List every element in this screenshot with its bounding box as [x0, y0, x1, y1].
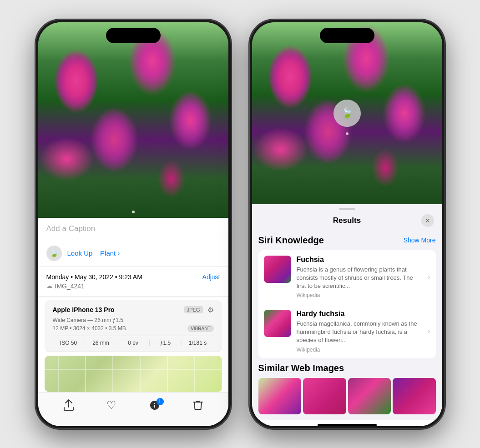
close-button[interactable]: ✕ — [421, 214, 434, 227]
results-panel: Results ✕ Siri Knowledge Show More — [252, 204, 442, 420]
jpeg-badge: JPEG — [184, 306, 203, 313]
caption-area[interactable]: Add a Caption — [38, 218, 228, 240]
share-button[interactable] — [64, 399, 74, 411]
gear-icon: ⚙ — [207, 306, 214, 314]
similar-img-1[interactable] — [258, 378, 302, 414]
photo-date: Monday • May 30, 2022 • 9:23 AM — [46, 273, 142, 281]
fuchsia-title: Fuchsia — [297, 256, 423, 264]
home-indicator-2 — [318, 424, 377, 426]
phone-1: Add a Caption 🍃 Look Up – Plant › Monday… — [35, 20, 231, 429]
fuchsia-desc: Fuchsia is a genus of flowering plants t… — [297, 266, 423, 291]
exif-mm: 26 mm — [85, 340, 117, 346]
similar-img-3[interactable] — [348, 378, 391, 414]
fuchsia-source: Wikipedia — [297, 292, 423, 298]
caption-placeholder[interactable]: Add a Caption — [46, 224, 96, 233]
results-title: Results — [273, 216, 421, 225]
delete-button[interactable] — [193, 400, 203, 411]
siri-dot — [346, 132, 349, 135]
fuchsia-text: Fuchsia Fuchsia is a genus of flowering … — [297, 256, 423, 299]
exif-shutter: 1/181 s — [182, 340, 214, 346]
lookup-row[interactable]: 🍃 Look Up – Plant › — [38, 240, 228, 267]
chevron-right-icon: › — [428, 273, 430, 281]
siri-knowledge-title: Siri Knowledge — [258, 235, 324, 246]
similar-img-2[interactable] — [303, 378, 346, 414]
exif-row: ISO 50 26 mm 0 ev ƒ1.5 1/181 s — [53, 336, 214, 346]
phone1-screen: Add a Caption 🍃 Look Up – Plant › Monday… — [38, 22, 228, 426]
hardy-fuchsia-text: Hardy fuchsia Fuchsia magellanica, commo… — [297, 310, 423, 353]
similar-title: Similar Web Images — [258, 363, 436, 373]
cloud-icon: ☁ — [46, 282, 52, 289]
toolbar: ♡ i — [38, 392, 228, 425]
phones-container: Add a Caption 🍃 Look Up – Plant › Monday… — [35, 20, 445, 429]
results-header: Results ✕ — [252, 210, 442, 232]
camera-model: Apple iPhone 13 Pro — [53, 306, 115, 313]
photo-display[interactable] — [38, 22, 228, 218]
camera-section: Apple iPhone 13 Pro JPEG ⚙ Wide Camera —… — [45, 300, 222, 352]
exif-ev: 0 ev — [117, 340, 150, 346]
lookup-icon: 🍃 — [46, 246, 62, 261]
exif-iso: ISO 50 — [53, 340, 85, 346]
photo-info-section: Monday • May 30, 2022 • 9:23 AM Adjust ☁… — [38, 267, 228, 297]
show-more-button[interactable]: Show More — [404, 237, 436, 244]
phone-2: 🍃 Results ✕ Siri Knowled — [249, 20, 445, 429]
favorite-button[interactable]: ♡ — [106, 399, 116, 412]
photo-page-dot — [132, 211, 135, 213]
map-section[interactable] — [45, 356, 222, 392]
hardy-fuchsia-thumbnail — [264, 310, 291, 337]
filename: IMG_4241 — [55, 282, 85, 290]
siri-leaf-icon: 🍃 — [341, 107, 353, 119]
photo-display-2[interactable]: 🍃 — [252, 22, 442, 204]
knowledge-card: Fuchsia Fuchsia is a genus of flowering … — [258, 250, 436, 358]
similar-img-4[interactable] — [393, 378, 436, 414]
dynamic-island-2 — [320, 28, 374, 43]
exif-aperture: ƒ1.5 — [150, 340, 182, 346]
knowledge-item-fuchsia[interactable]: Fuchsia Fuchsia is a genus of flowering … — [258, 250, 436, 305]
vibrant-badge: VIBRANT — [187, 325, 213, 332]
lookup-text[interactable]: Look Up – Plant › — [67, 249, 120, 257]
hardy-fuchsia-desc: Fuchsia magellanica, commonly known as t… — [297, 320, 423, 345]
dynamic-island — [106, 28, 161, 43]
adjust-button[interactable]: Adjust — [202, 273, 220, 281]
similar-section: Similar Web Images — [258, 363, 436, 414]
chevron-right-icon-2: › — [428, 327, 430, 335]
camera-lens: Wide Camera — 26 mm ƒ1.5 — [53, 317, 214, 323]
hardy-fuchsia-source: Wikipedia — [297, 347, 423, 353]
results-content: Siri Knowledge Show More Fuchsia Fuchsia… — [252, 232, 442, 420]
siri-knowledge-header: Siri Knowledge Show More — [258, 235, 436, 246]
info-button[interactable]: i — [149, 400, 160, 411]
info-badge: i — [157, 398, 164, 405]
hardy-fuchsia-title: Hardy fuchsia — [297, 310, 423, 318]
knowledge-item-hardy[interactable]: Hardy fuchsia Fuchsia magellanica, commo… — [258, 304, 436, 358]
fuchsia-thumbnail — [264, 256, 291, 283]
siri-lookup-button[interactable]: 🍃 — [333, 100, 361, 127]
camera-specs: 12 MP • 3024 × 4032 • 3.5 MB VIBRANT — [53, 325, 214, 332]
similar-images-row — [258, 378, 436, 414]
phone2-screen: 🍃 Results ✕ Siri Knowled — [252, 22, 442, 426]
